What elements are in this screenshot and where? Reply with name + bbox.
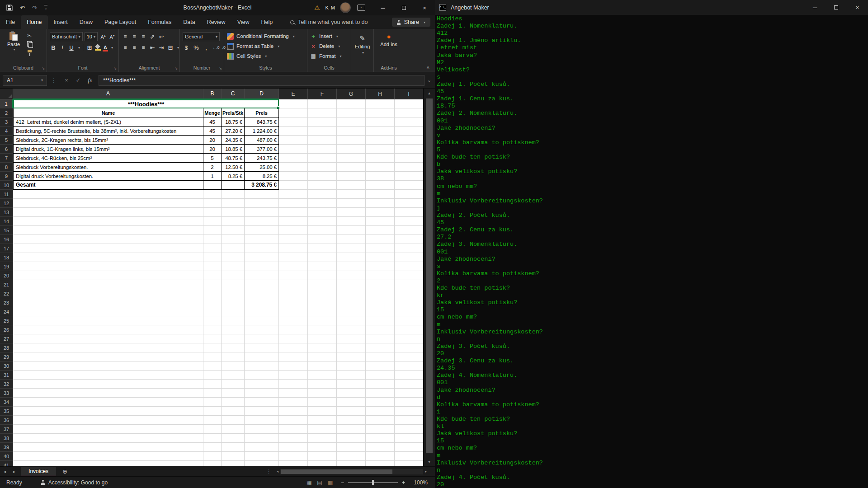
cell-D36[interactable] [245,416,279,425]
row-header-16[interactable]: 16 [0,235,13,244]
cell-I9[interactable] [395,172,423,181]
cell-D20[interactable] [245,271,279,280]
cell-I7[interactable] [395,154,423,163]
row-header-19[interactable]: 19 [0,262,13,271]
vertical-scroll-thumb[interactable] [426,99,433,453]
cell-E3[interactable] [279,117,308,127]
cell-A4[interactable]: Bestickung, 5C-rechte Brustseite, bis 38… [13,127,203,136]
cell-A23[interactable] [13,298,203,307]
decrease-indent-button[interactable]: ⇤ [149,44,156,51]
cell-H19[interactable] [366,262,395,271]
cell-I39[interactable] [395,443,423,452]
cell-B36[interactable] [203,416,222,425]
cell-I35[interactable] [395,407,423,416]
ribbon-tab-insert[interactable]: Insert [48,15,74,29]
row-header-17[interactable]: 17 [0,244,13,253]
cell-I14[interactable] [395,217,423,226]
cell-D19[interactable] [245,262,279,271]
cell-D5[interactable]: 487.00 € [245,136,279,145]
cell-C3[interactable]: 18.75 € [222,117,245,127]
cell-F8[interactable] [308,163,337,172]
cell-A5[interactable]: Siebdruck, 2C-Kragen rechts, bis 15mm² [13,136,203,145]
ribbon-tab-formulas[interactable]: Formulas [142,15,177,29]
cell-C5[interactable]: 24.35 € [222,136,245,145]
cell-F31[interactable] [308,371,337,380]
cell-F13[interactable] [308,208,337,217]
cell-C28[interactable] [222,343,245,352]
cell-B16[interactable] [203,235,222,244]
ribbon-tab-page-layout[interactable]: Page Layout [99,15,142,29]
align-center-button[interactable]: ≡ [131,44,138,51]
cell-C18[interactable] [222,253,245,262]
cell-D38[interactable] [245,434,279,443]
cell-A16[interactable] [13,235,203,244]
cell-E9[interactable] [279,172,308,181]
cell-E30[interactable] [279,361,308,371]
orientation-button[interactable]: ⇗ [149,33,156,40]
cell-E13[interactable] [279,208,308,217]
italic-button[interactable]: I [59,44,66,51]
zoom-out-button[interactable]: − [341,479,344,486]
cell-F6[interactable] [308,145,337,154]
cell-A6[interactable]: Digital druck, 1C-Kragen links, bis 15mm… [13,145,203,154]
row-header-33[interactable]: 33 [0,389,13,398]
cell-C19[interactable] [222,262,245,271]
cell-G11[interactable] [337,190,366,199]
cell-A8[interactable]: Siebdruck Vorbereitungskosten. [13,163,203,172]
font-dialog-launcher[interactable]: ↘ [113,66,117,70]
cell-A19[interactable] [13,262,203,271]
cell-B20[interactable] [203,271,222,280]
cell-F1[interactable] [308,99,337,108]
cell-E35[interactable] [279,407,308,416]
cell-B38[interactable] [203,434,222,443]
cell-E27[interactable] [279,334,308,343]
cell-D16[interactable] [245,235,279,244]
cell-B32[interactable] [203,380,222,389]
avatar[interactable] [340,2,351,13]
row-header-21[interactable]: 21 [0,280,13,289]
cell-H8[interactable] [366,163,395,172]
cell-C22[interactable] [222,289,245,298]
cell-G36[interactable] [337,416,366,425]
cell-I2[interactable] [395,108,423,117]
font-name-select[interactable]: Bahnschrift ▾ [50,32,83,41]
cell-E37[interactable] [279,425,308,434]
row-header-22[interactable]: 22 [0,289,13,298]
row-header-39[interactable]: 39 [0,443,13,452]
decrease-font-size-button[interactable]: A▾ [108,34,116,40]
insert-cells-button[interactable]: + Insert ▾ [310,31,348,41]
cell-E7[interactable] [279,154,308,163]
cell-E2[interactable] [279,108,308,117]
cell-E5[interactable] [279,136,308,145]
cell-G21[interactable] [337,280,366,289]
cell-F7[interactable] [308,154,337,163]
cell-G22[interactable] [337,289,366,298]
cell-D18[interactable] [245,253,279,262]
font-color-button[interactable]: A [103,45,108,50]
collapse-ribbon-button[interactable]: ˄ [427,65,429,70]
insert-function-button[interactable]: fx [84,77,96,84]
cell-D22[interactable] [245,289,279,298]
cell-I8[interactable] [395,163,423,172]
cell-B40[interactable] [203,452,222,461]
cell-E18[interactable] [279,253,308,262]
cell-F17[interactable] [308,244,337,253]
cell-A3[interactable]: 412 Letret mist, dunkel denim meliert, (… [13,117,203,127]
cell-C21[interactable] [222,280,245,289]
row-header-4[interactable]: 4 [0,127,13,136]
cell-C37[interactable] [222,425,245,434]
cell-I10[interactable] [395,181,423,190]
cell-H23[interactable] [366,298,395,307]
cell-I5[interactable] [395,136,423,145]
cell-D35[interactable] [245,407,279,416]
cell-H27[interactable] [366,334,395,343]
cell-B21[interactable] [203,280,222,289]
row-header-24[interactable]: 24 [0,307,13,316]
cell-E29[interactable] [279,352,308,361]
row-header-40[interactable]: 40 [0,452,13,461]
cell-B14[interactable] [203,217,222,226]
column-header-F[interactable]: F [308,89,337,99]
cell-C16[interactable] [222,235,245,244]
vertical-scrollbar[interactable]: ▲ ▼ [423,89,435,466]
cell-G16[interactable] [337,235,366,244]
